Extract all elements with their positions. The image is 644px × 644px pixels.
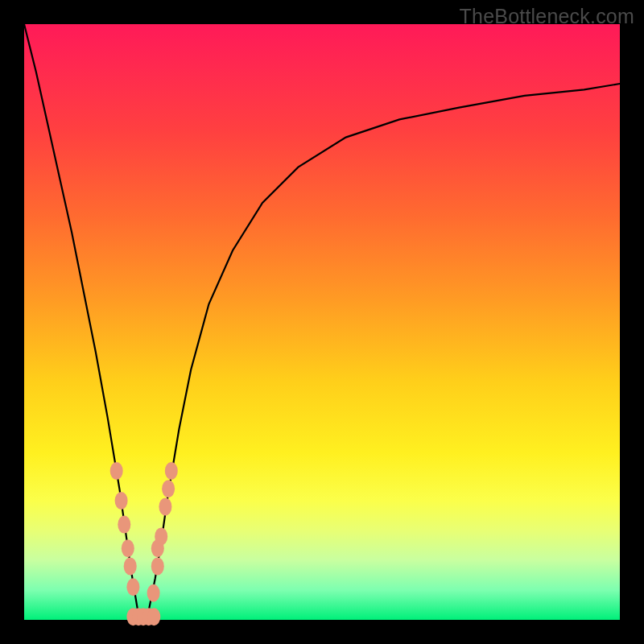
highlight-dots bbox=[110, 462, 178, 625]
marker-dot bbox=[159, 497, 171, 515]
chart-svg bbox=[24, 24, 620, 620]
curve-line bbox=[24, 24, 620, 620]
marker-dot bbox=[126, 578, 139, 596]
marker-dot bbox=[110, 462, 123, 480]
chart-frame: TheBottleneck.com bbox=[0, 0, 644, 644]
marker-dot bbox=[162, 480, 175, 497]
marker-dot bbox=[155, 527, 167, 545]
marker-dot bbox=[122, 539, 134, 557]
bottleneck-curve bbox=[24, 24, 620, 620]
watermark-text: TheBottleneck.com bbox=[460, 5, 634, 28]
chart-plot-area bbox=[24, 24, 620, 620]
marker-dot bbox=[147, 584, 160, 602]
marker-dot bbox=[124, 557, 137, 575]
marker-dot bbox=[165, 462, 178, 480]
marker-dot bbox=[115, 492, 128, 510]
marker-dot bbox=[118, 516, 130, 534]
marker-dot bbox=[151, 557, 164, 575]
marker-dot bbox=[147, 608, 160, 625]
